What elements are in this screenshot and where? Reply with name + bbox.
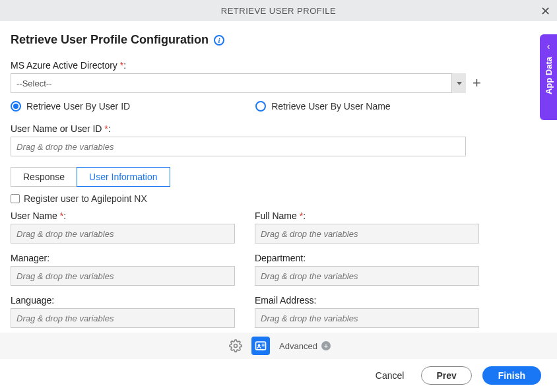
page-title-row: Retrieve User Profile Configuration i <box>11 33 546 47</box>
advanced-label-text: Advanced <box>279 341 317 351</box>
content-area: Retrieve User Profile Configuration i MS… <box>0 21 557 335</box>
page-title: Retrieve User Profile Configuration <box>11 33 209 47</box>
footer: Advanced + Cancel Prev Finish <box>0 333 557 392</box>
svg-point-2 <box>258 344 261 346</box>
user-info-grid: User Name *: Manager: Language: Full Nam… <box>11 211 546 335</box>
user-info-col-right: Full Name *: Department: Email Address: <box>255 211 479 335</box>
app-data-side-tab[interactable]: ‹ App Data <box>540 34 557 120</box>
titlebar: RETRIEVE USER PROFILE ✕ <box>0 0 557 21</box>
tabs: Response User Information <box>11 167 546 187</box>
advanced-toggle[interactable]: Advanced + <box>279 341 331 351</box>
radio-retrieve-by-id[interactable]: Retrieve User By User ID <box>11 101 130 112</box>
user-name-label-text: User Name <box>11 211 60 221</box>
chevron-down-icon[interactable] <box>451 73 466 93</box>
department-input[interactable] <box>255 266 479 286</box>
required-asterisk: * <box>120 60 123 71</box>
azure-directory-label-text: MS Azure Active Directory <box>11 60 120 71</box>
dialog-window: RETRIEVE USER PROFILE ✕ Retrieve User Pr… <box>0 0 557 392</box>
tab-response[interactable]: Response <box>11 167 77 187</box>
full-name-label-text: Full Name <box>255 211 300 221</box>
plus-circle-icon: + <box>321 341 331 350</box>
radio-retrieve-by-id-label: Retrieve User By User ID <box>26 101 130 112</box>
register-checkbox-label: Register user to Agilepoint NX <box>24 193 147 204</box>
gear-icon[interactable] <box>226 337 245 355</box>
radio-retrieve-by-name-label: Retrieve User By User Name <box>271 101 391 112</box>
required-asterisk: * <box>104 123 108 134</box>
finish-button[interactable]: Finish <box>482 366 541 385</box>
profile-card-icon[interactable] <box>251 337 270 355</box>
register-checkbox-row: Register user to Agilepoint NX <box>11 193 546 204</box>
app-data-label: App Data <box>544 57 554 94</box>
user-name-label: User Name *: <box>11 211 235 221</box>
footer-actions: Cancel Prev Finish <box>0 359 557 392</box>
footer-toolbar: Advanced + <box>0 333 557 359</box>
cancel-button[interactable]: Cancel <box>369 366 411 385</box>
azure-select-row: + <box>11 73 546 93</box>
email-input[interactable] <box>255 308 479 328</box>
titlebar-title: RETRIEVE USER PROFILE <box>221 6 336 16</box>
manager-input[interactable] <box>11 266 235 286</box>
language-input[interactable] <box>11 308 235 328</box>
azure-directory-label: MS Azure Active Directory *: <box>11 60 546 71</box>
register-checkbox[interactable] <box>11 194 20 203</box>
email-label: Email Address: <box>255 295 479 306</box>
manager-label: Manager: <box>11 253 235 263</box>
azure-select[interactable] <box>11 73 466 93</box>
user-id-input[interactable] <box>11 137 466 156</box>
close-icon[interactable]: ✕ <box>541 4 550 18</box>
full-name-label: Full Name *: <box>255 211 479 221</box>
radio-icon-selected <box>11 101 21 112</box>
svg-point-0 <box>234 344 238 348</box>
chevron-left-icon: ‹ <box>547 41 550 51</box>
user-name-input[interactable] <box>11 224 235 244</box>
tab-user-information[interactable]: User Information <box>77 167 170 187</box>
retrieve-mode-radio-group: Retrieve User By User ID Retrieve User B… <box>11 101 546 112</box>
radio-icon-unselected <box>255 101 266 112</box>
required-asterisk: * <box>300 211 303 221</box>
user-info-col-left: User Name *: Manager: Language: <box>11 211 235 335</box>
full-name-input[interactable] <box>255 224 479 244</box>
prev-button[interactable]: Prev <box>421 366 471 385</box>
department-label: Department: <box>255 253 479 263</box>
add-button[interactable]: + <box>473 76 481 90</box>
azure-select-input[interactable] <box>11 73 466 93</box>
user-id-label-text: User Name or User ID <box>11 123 104 134</box>
user-id-label: User Name or User ID *: <box>11 123 546 134</box>
language-label: Language: <box>11 295 235 306</box>
required-asterisk: * <box>60 211 63 221</box>
info-icon[interactable]: i <box>214 35 224 46</box>
radio-retrieve-by-name[interactable]: Retrieve User By User Name <box>255 101 391 112</box>
